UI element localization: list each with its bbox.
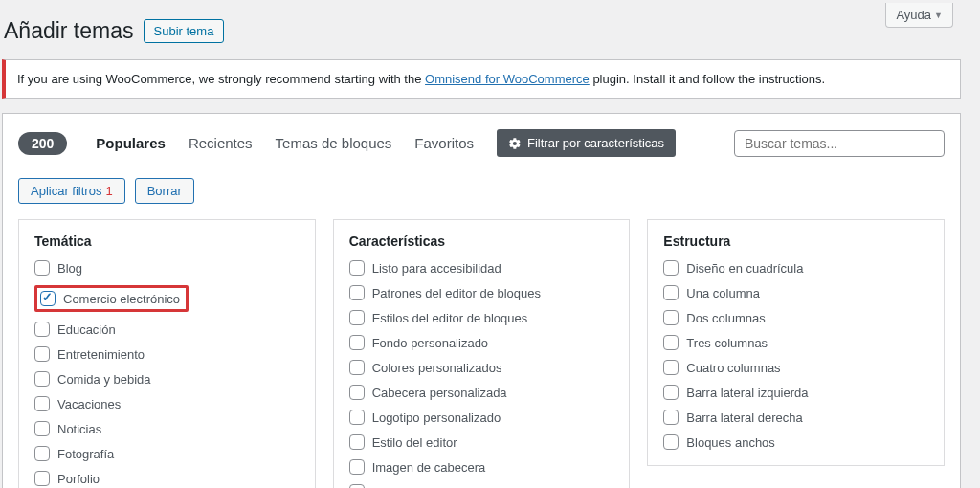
filter-checkbox[interactable] <box>349 285 365 300</box>
filter-item-label: Barra lateral derecha <box>686 410 802 425</box>
filter-item-label: Estilos del editor de bloques <box>372 311 528 325</box>
filter-list: Listo para accesibilidadPatrones del edi… <box>349 260 614 488</box>
filter-checkbox[interactable] <box>34 260 50 276</box>
upload-theme-button[interactable]: Subir tema <box>144 19 225 43</box>
filter-item[interactable]: Tres columnas <box>663 335 928 350</box>
filter-item-label: Fondo personalizado <box>372 336 488 350</box>
filter-tab[interactable]: Favoritos <box>403 135 485 151</box>
filter-item[interactable]: Cuatro columnas <box>663 360 928 375</box>
filter-item[interactable]: Vacaciones <box>34 396 300 411</box>
filter-checkbox[interactable] <box>349 260 365 276</box>
filter-item-label: Noticias <box>57 422 101 436</box>
chevron-down-icon: ▼ <box>934 11 943 20</box>
filter-tab[interactable]: Temas de bloques <box>264 135 404 151</box>
search-input[interactable] <box>734 130 945 157</box>
filter-checkbox[interactable] <box>34 396 50 411</box>
filter-item-label: Imagen de cabecera <box>372 460 486 475</box>
filter-checkbox[interactable] <box>34 446 50 461</box>
filter-item[interactable]: Barra lateral derecha <box>663 410 928 425</box>
filter-item[interactable]: Patrones del editor de bloques <box>349 285 614 300</box>
filter-item-label: Logotipo personalizado <box>372 410 501 425</box>
filter-item-label: Vacaciones <box>57 397 121 411</box>
filter-item[interactable]: Diseño en cuadrícula <box>663 260 928 276</box>
filter-checkbox[interactable] <box>663 360 679 375</box>
notice-prefix: If you are using WooCommerce, we strongl… <box>17 72 425 86</box>
filter-checkbox[interactable] <box>34 346 50 362</box>
filter-item[interactable]: Porfolio <box>34 471 300 486</box>
filter-item[interactable]: Colores personalizados <box>349 360 614 375</box>
filter-item-label: Entretenimiento <box>57 347 145 362</box>
filter-item-label: Cabecera personalizada <box>372 386 507 400</box>
filter-column: EstructuraDiseño en cuadrículaUna column… <box>647 219 945 466</box>
search-box <box>734 130 945 157</box>
filter-checkbox[interactable] <box>663 310 679 325</box>
filter-checkbox[interactable] <box>349 310 365 325</box>
filter-item-label: Porfolio <box>57 472 100 486</box>
filter-tabs: PopularesRecientesTemas de bloquesFavori… <box>84 135 485 151</box>
filter-list: BlogComercio electrónicoEducaciónEntrete… <box>34 260 300 486</box>
filter-item[interactable]: Una columna <box>663 285 928 300</box>
filter-checkbox[interactable] <box>34 471 50 486</box>
filter-checkbox[interactable] <box>349 360 365 375</box>
filter-checkbox[interactable] <box>663 260 679 276</box>
filter-item[interactable]: Logotipo personalizado <box>349 410 614 425</box>
filter-item[interactable]: Blog <box>34 260 300 276</box>
filter-features-button[interactable]: Filtrar por características <box>497 129 676 157</box>
filter-item-label: Cuatro columnas <box>686 361 780 375</box>
filter-item[interactable]: Comida y bebida <box>34 371 300 387</box>
filter-checkbox[interactable] <box>663 285 679 300</box>
filter-item[interactable]: Bloques anchos <box>663 434 928 450</box>
filter-checkbox[interactable] <box>663 434 679 450</box>
filter-tab[interactable]: Populares <box>84 135 177 151</box>
filter-item[interactable]: Entretenimiento <box>34 346 300 362</box>
filter-checkbox[interactable] <box>34 371 50 387</box>
filter-checkbox[interactable] <box>663 410 679 425</box>
filter-item-label: Comercio electrónico <box>63 292 180 306</box>
page-header: Añadir temas Subir tema Ayuda ▼ <box>2 10 961 48</box>
filter-item[interactable]: Estilo del editor <box>349 434 614 450</box>
filter-item[interactable]: Dos columnas <box>663 310 928 325</box>
filter-item-label: Tres columnas <box>686 336 768 350</box>
filter-checkbox[interactable] <box>34 421 50 436</box>
filter-checkbox[interactable] <box>349 385 365 400</box>
filter-item[interactable]: Estilos del editor de bloques <box>349 310 614 325</box>
filter-item-label: Fotografía <box>57 447 114 461</box>
filter-item-label: Estilo del editor <box>372 435 457 450</box>
filter-checkbox[interactable] <box>349 434 365 450</box>
filter-item-label: Blog <box>57 261 82 276</box>
filter-item[interactable]: Educación <box>34 322 300 337</box>
filter-checkbox[interactable] <box>349 459 365 475</box>
filter-checkbox[interactable] <box>349 335 365 350</box>
filter-column: TemáticaBlogComercio electrónicoEducació… <box>18 219 316 488</box>
clear-filters-button[interactable]: Borrar <box>135 178 194 204</box>
filter-checkbox[interactable] <box>349 484 365 488</box>
filter-item[interactable]: Fondo personalizado <box>349 335 614 350</box>
filter-checkbox[interactable] <box>40 291 56 306</box>
filter-item[interactable]: Comercio electrónico <box>40 291 180 306</box>
filter-checkbox[interactable] <box>34 322 50 337</box>
filter-item[interactable]: Fotografía <box>34 446 300 461</box>
theme-count-badge: 200 <box>18 132 67 155</box>
filter-column: CaracterísticasListo para accesibilidadP… <box>333 219 631 488</box>
help-label: Ayuda <box>896 8 931 22</box>
apply-label: Aplicar filtros <box>31 184 101 198</box>
filter-item-label: Una columna <box>686 286 760 300</box>
filter-item[interactable]: Noticias <box>34 421 300 436</box>
filter-item-label: Educación <box>57 322 116 337</box>
filter-item[interactable]: Cabecera personalizada <box>349 385 614 400</box>
highlight-box: Comercio electrónico <box>34 285 189 312</box>
filter-checkbox[interactable] <box>349 410 365 425</box>
notice-link[interactable]: Omnisend for WooCommerce <box>425 72 590 86</box>
help-tab[interactable]: Ayuda ▼ <box>885 3 953 28</box>
filter-item[interactable]: Listo para accesibilidad <box>349 260 614 276</box>
filter-features-label: Filtrar por características <box>527 136 664 150</box>
filter-checkbox[interactable] <box>663 385 679 400</box>
filter-item-label: Bloques anchos <box>686 435 775 450</box>
filter-item[interactable]: Barra lateral izquierda <box>663 385 928 400</box>
filter-item-label: Imágenes destacadas <box>372 485 494 489</box>
apply-filters-button[interactable]: Aplicar filtros1 <box>18 178 125 204</box>
filter-item[interactable]: Imagen de cabecera <box>349 459 614 475</box>
filter-checkbox[interactable] <box>663 335 679 350</box>
filter-tab[interactable]: Recientes <box>177 135 264 151</box>
filter-item[interactable]: Imágenes destacadas <box>349 484 614 488</box>
